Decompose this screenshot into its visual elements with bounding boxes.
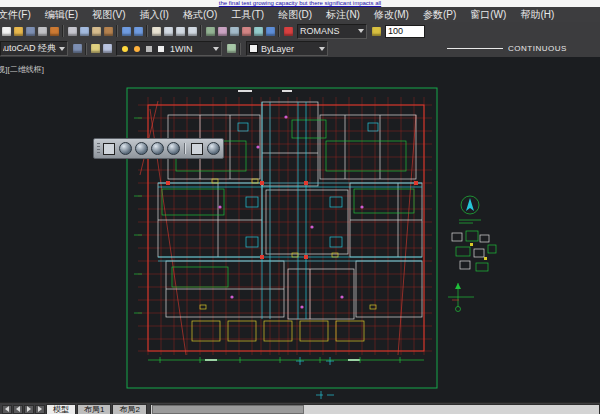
chevron-down-icon[interactable]	[319, 47, 325, 51]
tool-palettes-icon[interactable]	[228, 24, 240, 39]
zoom-realtime-icon[interactable]	[162, 24, 174, 39]
realistic-style-icon	[151, 142, 164, 155]
zoom-previous-icon[interactable]	[186, 24, 198, 39]
save-icon[interactable]	[24, 24, 36, 39]
sun-icon[interactable]	[131, 41, 143, 56]
menu-help[interactable]: 帮助(H)	[513, 7, 561, 22]
text-style-combo[interactable]: ROMANS	[297, 24, 367, 39]
tab-model[interactable]: 模型	[46, 404, 76, 414]
designcenter-icon[interactable]	[216, 24, 228, 39]
workspace-combo[interactable]: AutoCAD 经典	[0, 41, 68, 56]
menu-edit[interactable]: 编辑(E)	[38, 7, 85, 22]
bulb-icon[interactable]	[119, 41, 131, 56]
horizontal-scrollbar[interactable]	[150, 404, 600, 414]
tab-layout1[interactable]: 布局1	[77, 404, 111, 414]
markup-set-manager-icon[interactable]	[240, 24, 252, 39]
shaded-box-icon[interactable]	[190, 142, 204, 156]
tab-next-button[interactable]	[24, 405, 34, 414]
standard-toolbar: ROMANS	[0, 22, 600, 41]
visual-styles-toolbar[interactable]	[93, 138, 224, 159]
pan-icon[interactable]	[150, 24, 162, 39]
tab-layout2[interactable]: 布局2	[112, 404, 146, 414]
text-height-field[interactable]	[385, 25, 425, 38]
layer-previous-icon[interactable]	[225, 41, 237, 56]
open-icon[interactable]	[12, 24, 24, 39]
color-combo[interactable]: ByLayer	[246, 41, 328, 56]
linetype-value: CONTINUOUS	[508, 44, 595, 53]
chevron-down-icon[interactable]	[358, 29, 364, 33]
layer-properties-manager-icon	[91, 44, 100, 53]
menu-window[interactable]: 窗口(W)	[463, 7, 513, 22]
layer-name: 1WIN	[170, 44, 210, 54]
save-workspace-icon[interactable]	[71, 41, 83, 56]
plot-icon[interactable]	[36, 24, 48, 39]
lock-icon[interactable]	[143, 41, 155, 56]
chevron-down-icon[interactable]	[213, 47, 219, 51]
toolbar-drag-handle[interactable]	[97, 143, 100, 154]
publish-icon[interactable]	[48, 24, 60, 39]
menu-draw[interactable]: 绘图(D)	[271, 7, 319, 22]
realistic-style-icon[interactable]	[150, 142, 164, 156]
top-banner-link[interactable]: the final test growing capacity but ther…	[219, 0, 381, 7]
open-icon	[14, 27, 23, 36]
edit-text-icon[interactable]	[370, 24, 382, 39]
layer-states-icon[interactable]	[101, 41, 113, 56]
properties-icon	[206, 27, 215, 36]
menu-view[interactable]: 视图(V)	[85, 7, 132, 22]
color-swatch	[249, 44, 258, 53]
layer-combo[interactable]: 1WIN	[116, 41, 222, 56]
layer-states-icon	[103, 44, 112, 53]
copy-icon[interactable]	[78, 24, 90, 39]
cut-icon[interactable]	[66, 24, 78, 39]
redo-icon[interactable]	[132, 24, 144, 39]
layer-properties-manager-icon[interactable]	[89, 41, 101, 56]
north-arrow-symbol	[459, 196, 481, 223]
quickcalc-icon[interactable]	[252, 24, 264, 39]
horizontal-scrollbar-thumb[interactable]	[152, 405, 304, 414]
bulb-icon	[122, 46, 128, 52]
zoom-window-icon[interactable]	[174, 24, 186, 39]
match-properties-icon[interactable]	[102, 24, 114, 39]
menu-format[interactable]: 格式(O)	[176, 7, 224, 22]
conceptual-style-icon[interactable]	[166, 142, 180, 156]
save-workspace-icon	[73, 44, 82, 53]
text-style-icon[interactable]	[282, 24, 294, 39]
menu-dimension[interactable]: 标注(N)	[319, 7, 367, 22]
tab-prev-button[interactable]	[13, 405, 23, 414]
2d-wireframe-icon	[103, 143, 115, 155]
top-banner: the final test growing capacity but ther…	[0, 0, 600, 7]
menu-parametric[interactable]: 参数(P)	[416, 7, 463, 22]
render-sphere-icon[interactable]	[206, 142, 220, 156]
3d-hidden-icon[interactable]	[134, 142, 148, 156]
menu-file[interactable]: 文件(F)	[0, 7, 38, 22]
key-plan-symbol	[452, 231, 496, 271]
menu-insert[interactable]: 插入(I)	[132, 7, 175, 22]
tool-palettes-icon	[230, 27, 239, 36]
model-space-canvas[interactable]: [俯视][二维线框]	[0, 57, 600, 402]
menu-modify[interactable]: 修改(M)	[367, 7, 416, 22]
floor-plan-drawing[interactable]	[0, 57, 600, 402]
3d-wireframe-icon[interactable]	[118, 142, 132, 156]
text-style-value: ROMANS	[300, 26, 355, 36]
properties-icon[interactable]	[204, 24, 216, 39]
paste-icon[interactable]	[90, 24, 102, 39]
column-grid	[138, 97, 432, 355]
3d-hidden-icon	[135, 142, 148, 155]
help-icon[interactable]	[264, 24, 276, 39]
section-marker-symbol	[448, 283, 474, 312]
plot-icon	[38, 27, 47, 36]
layer-state-icons	[119, 42, 167, 55]
undo-icon[interactable]	[120, 24, 132, 39]
2d-wireframe-icon[interactable]	[102, 142, 116, 156]
layer-tools-left	[71, 40, 113, 57]
qnew-icon[interactable]	[0, 24, 12, 39]
tab-first-button[interactable]	[2, 405, 12, 414]
last-tab-icon	[38, 406, 42, 412]
tab-last-button[interactable]	[35, 405, 45, 414]
layer-color-swatch[interactable]	[155, 41, 167, 56]
menu-tools[interactable]: 工具(T)	[224, 7, 271, 22]
cut-icon	[68, 27, 77, 36]
linetype-combo[interactable]: CONTINUOUS	[445, 42, 597, 55]
chevron-down-icon[interactable]	[59, 47, 65, 51]
render-sphere-icon	[207, 142, 220, 155]
